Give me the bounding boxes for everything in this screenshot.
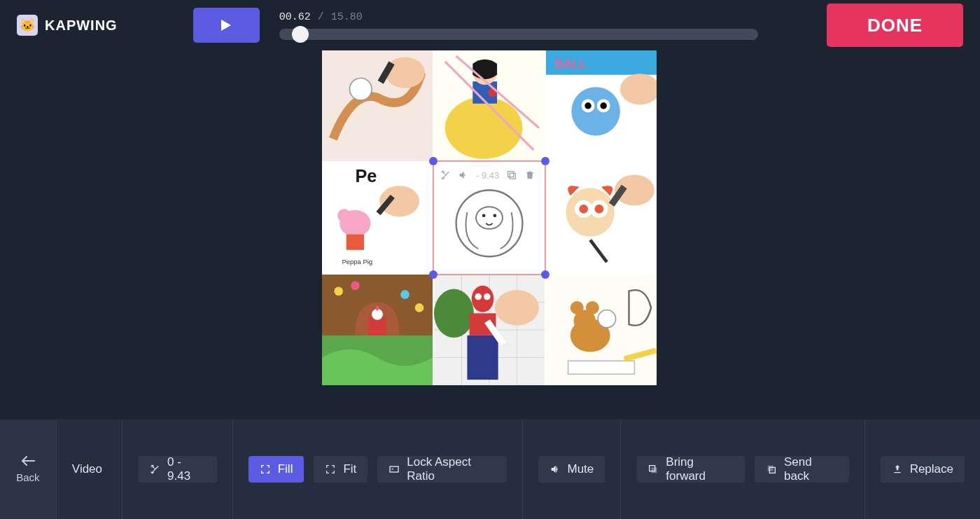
fill-button[interactable]: Fill [248,456,304,483]
logo: 🐱 KAPWING [17,15,118,36]
thumbnail-image: BALL [546,50,657,161]
svg-marker-0 [221,20,231,31]
svg-point-45 [351,281,360,290]
bring-forward-icon [648,464,659,475]
section-audio: Mute [522,420,621,519]
thumbnail-image: Pe Peppa Pig [322,162,433,273]
svg-point-58 [472,286,494,312]
contract-icon [325,464,336,475]
timeline-scrubber[interactable] [279,29,758,40]
send-back-icon [766,464,777,475]
section-fit: Fill Fit Lock Aspect Ratio [232,420,522,519]
copy-icon[interactable] [506,169,517,181]
svg-rect-73 [390,466,398,472]
svg-point-59 [475,293,481,300]
svg-rect-71 [510,173,516,179]
svg-point-22 [337,209,351,222]
lock-aspect-button[interactable]: Lock Aspect Ratio [377,456,506,483]
grid-cell-7[interactable] [434,275,545,385]
speaker-icon [550,464,561,475]
fit-label: Fit [343,462,356,476]
upload-icon [892,464,903,475]
svg-point-66 [570,301,584,314]
section-replace: Replace [864,420,980,519]
svg-point-15 [584,102,591,109]
svg-text:BALL: BALL [555,57,588,71]
trash-icon[interactable] [524,169,536,181]
svg-point-13 [571,87,620,136]
fill-label: Fill [278,462,293,476]
svg-rect-69 [568,361,635,374]
trim-button[interactable]: 0 - 9.43 [138,456,217,483]
svg-point-37 [595,205,604,214]
svg-point-60 [484,293,490,300]
svg-point-55 [434,289,474,338]
section-layer: Bring forward Send back [620,420,864,519]
bring-forward-button[interactable]: Bring forward [636,456,745,483]
svg-point-47 [415,303,424,312]
grid-cell-8[interactable] [546,275,657,385]
thumbnail-image [322,275,433,385]
grid-cell-0[interactable] [322,50,433,161]
svg-rect-77 [768,466,774,471]
svg-point-17 [600,102,606,109]
expand-icon [260,464,271,475]
cell-range-text: - 9.43 [476,170,499,181]
thumbnail-image [546,162,657,273]
send-back-label: Send back [784,455,838,483]
thumbnail-image [322,50,433,161]
replace-label: Replace [910,462,953,476]
svg-point-67 [586,301,599,314]
grid-cell-3[interactable]: Pe Peppa Pig [322,162,433,273]
svg-point-68 [598,310,615,328]
thumbnail-image [546,275,657,385]
lock-aspect-label: Lock Aspect Ratio [407,455,495,483]
fit-button[interactable]: Fit [314,456,368,483]
grid-cell-1[interactable] [434,50,545,161]
grid-cell-2[interactable]: BALL [546,50,657,161]
svg-text:Peppa Pig: Peppa Pig [342,258,372,265]
svg-text:Pe: Pe [355,166,377,186]
play-button[interactable] [193,8,260,43]
svg-rect-75 [652,467,657,473]
svg-point-2 [350,78,372,101]
cell-toolbar: - 9.43 [440,169,536,181]
timeline-area: 00.62 / 15.80 [279,11,814,40]
bring-forward-label: Bring forward [666,455,734,483]
aspect-ratio-icon [388,464,400,475]
mute-button[interactable]: Mute [538,456,606,483]
back-button[interactable]: Back [0,420,56,519]
time-duration: 15.80 [331,11,363,23]
svg-point-3 [385,57,425,88]
mute-label: Mute [568,462,594,476]
canvas-grid[interactable]: BALL Pe Peppa Pig [322,50,657,385]
speaker-icon[interactable] [458,169,469,181]
scissors-icon [149,464,160,475]
svg-point-61 [495,290,539,326]
grid-cell-5[interactable] [546,162,657,273]
scissors-icon[interactable] [440,169,451,181]
play-icon [221,20,231,31]
svg-rect-72 [508,172,514,177]
svg-rect-56 [467,335,498,380]
header: 🐱 KAPWING 00.62 / 15.80 DONE [0,0,980,50]
time-current: 00.62 [279,11,311,23]
trim-range-text: 0 - 9.43 [167,455,206,483]
arrow-left-icon [21,456,35,466]
done-button[interactable]: DONE [827,4,963,47]
svg-point-46 [400,290,410,299]
timeline-thumb[interactable] [292,26,309,43]
thumbnail-image [434,50,545,161]
svg-point-31 [493,214,497,217]
logo-text: KAPWING [45,18,118,34]
replace-button[interactable]: Replace [881,456,965,483]
grid-cell-6[interactable] [322,275,433,385]
send-back-button[interactable]: Send back [755,456,849,483]
section-video: Video [56,420,122,519]
section-trim: 0 - 9.43 [122,420,232,519]
svg-point-35 [579,205,588,214]
back-label: Back [16,471,39,483]
time-display: 00.62 / 15.80 [279,11,814,23]
section-label: Video [72,462,102,476]
bottom-toolbar: Back Video 0 - 9.43 Fill Fit [0,420,980,519]
